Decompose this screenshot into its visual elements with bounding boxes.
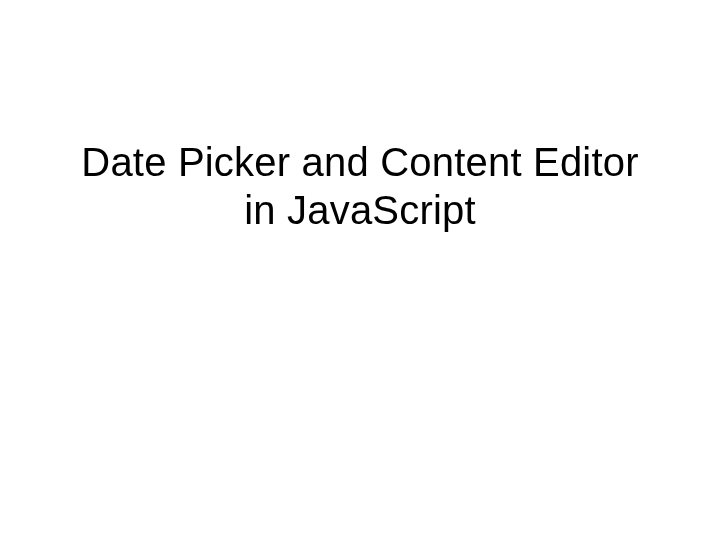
slide-container: Date Picker and Content Editor in JavaSc…	[0, 0, 720, 540]
slide-title: Date Picker and Content Editor in JavaSc…	[60, 138, 660, 234]
